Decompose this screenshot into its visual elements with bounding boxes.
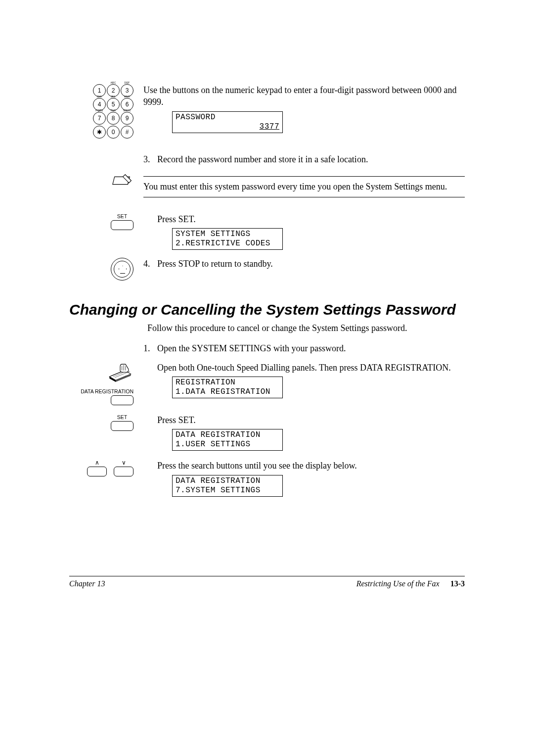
set-button-icon: SET — [69, 213, 143, 230]
note-box: You must enter this system password ever… — [143, 176, 465, 197]
lcd-display: SYSTEM SETTINGS 2.RESTRICTIVE CODES — [172, 228, 283, 250]
step-text: Record the password number and store it … — [157, 153, 368, 165]
note-icon — [69, 172, 143, 190]
step-text: Use the buttons on the numeric keypad to… — [143, 84, 465, 108]
step-text: Press SET. — [143, 213, 465, 225]
section-heading: Changing or Cancelling the System Settin… — [69, 301, 465, 318]
page-number: 13-3 — [450, 579, 465, 588]
intro-text: Follow this procedure to cancel or chang… — [147, 323, 465, 333]
step-text: Open the SYSTEM SETTINGS with your passw… — [157, 342, 346, 354]
step-text: Press STOP to return to standby. — [157, 258, 273, 270]
set-button-icon: SET — [69, 414, 143, 431]
lcd-display: REGISTRATION 1.DATA REGISTRATION — [172, 377, 283, 398]
data-registration-icon: DATA REGISTRATION — [69, 362, 143, 405]
step-number: 4. — [143, 258, 157, 270]
section-label: Restricting Use of the Fax — [356, 579, 440, 588]
numeric-keypad-icon: 1 ABC2 DEF3 GHI4 JKL5 MNO6 PQRS7 TUV8 WX… — [69, 84, 143, 139]
step-number: 3. — [143, 153, 157, 165]
step-text: Open both One-touch Speed Dialling panel… — [143, 362, 465, 374]
page-footer: Chapter 13 Restricting Use of the Fax 13… — [69, 576, 465, 588]
lcd-display: DATA REGISTRATION 7.SYSTEM SETTINGS — [172, 475, 283, 497]
step-text: Press the search buttons until you see t… — [143, 460, 465, 472]
lcd-display: PASSWORD 3377 — [172, 111, 283, 133]
chapter-label: Chapter 13 — [69, 579, 105, 588]
stop-button-icon — [69, 258, 143, 281]
search-arrows-icon: ∧ ∨ — [69, 460, 143, 476]
step-number: 1. — [143, 342, 157, 354]
lcd-display: DATA REGISTRATION 1.USER SETTINGS — [172, 429, 283, 451]
step-text: Press SET. — [143, 414, 465, 426]
